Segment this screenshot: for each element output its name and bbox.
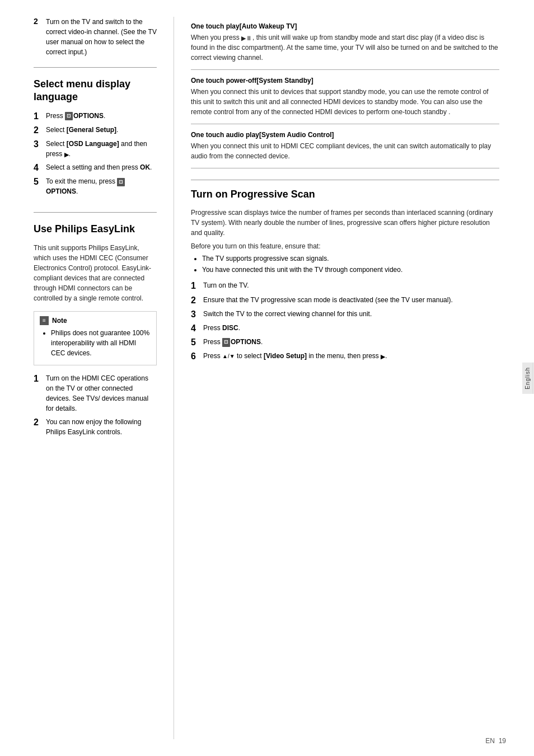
one-touch-auto-body: When you press ▶⏸, this unit will wake u… [191, 32, 499, 63]
step-num: 6 [191, 351, 203, 361]
up-down-icon: ▲/▼ [222, 354, 235, 360]
step-item-2: 2 Select [General Setup]. [34, 125, 157, 135]
progressive-scan-steps: 1 Turn on the TV. 2 Ensure that the TV p… [191, 280, 499, 361]
step-text: Press DISC. [203, 323, 240, 333]
easylink-steps: 1 Turn on the HDMI CEC operations on the… [34, 373, 157, 437]
step-item-4: 4 Select a setting and then press OK. [34, 162, 157, 173]
step-number: 2 [34, 17, 46, 26]
right-column: One touch play[Auto Wakeup TV] When you … [174, 17, 522, 739]
note-body: Philips does not guarantee 100% interope… [40, 328, 151, 358]
easylink-body: This unit supports Philips EasyLink, whi… [34, 243, 157, 303]
step-num: 4 [34, 162, 46, 173]
step-num: 5 [34, 176, 46, 187]
page-footer: EN 19 [485, 737, 506, 745]
step-text: Turn on the TV and switch to the correct… [46, 17, 157, 57]
step-text: To exit the menu, press ⊡OPTIONS. [46, 176, 157, 196]
step-num: 4 [191, 323, 203, 334]
progressive-scan-title: Turn on Progressive Scan [191, 188, 499, 201]
step-text: Ensure that the TV progressive scan mode… [203, 295, 453, 305]
one-touch-auto-title: One touch play[Auto Wakeup TV] [191, 22, 499, 30]
main-content: 2 Turn on the TV and switch to the corre… [0, 0, 522, 756]
right-col-inner: One touch play[Auto Wakeup TV] When you … [185, 22, 499, 362]
step-text: Press ▲/▼ to select [Video Setup] in the… [203, 351, 387, 361]
step-num: 2 [191, 295, 203, 306]
bullet-item-0: The TV supports progressive scan signals… [202, 253, 499, 264]
easylink-section: Use Philips EasyLink This unit supports … [34, 223, 157, 436]
ps-step-3: 3 Switch the TV to the correct viewing c… [191, 309, 499, 320]
ps-step-6: 6 Press ▲/▼ to select [Video Setup] in t… [191, 351, 499, 361]
side-tab-label: English [522, 363, 533, 394]
step-text: You can now enjoy the following Philips … [46, 417, 157, 437]
step-num: 3 [34, 139, 46, 149]
one-touch-power-section: One touch power-off[System Standby] When… [191, 77, 499, 124]
step-text: Select [General Setup]. [46, 125, 118, 135]
note-box: ≡ Note Philips does not guarantee 100% i… [34, 311, 157, 365]
step-item-5: 5 To exit the menu, press ⊡OPTIONS. [34, 176, 157, 196]
one-touch-audio-title: One touch audio play[System Audio Contro… [191, 131, 499, 139]
one-touch-power-body: When you connect this unit to devices th… [191, 87, 499, 117]
easylink-step-1: 1 Turn on the HDMI CEC operations on the… [34, 373, 157, 414]
note-icon: ≡ [40, 316, 49, 325]
step-text: Press ⊡OPTIONS. [46, 111, 105, 121]
easylink-title: Use Philips EasyLink [34, 223, 157, 236]
one-touch-auto-section: One touch play[Auto Wakeup TV] When you … [191, 22, 499, 70]
note-label: Note [52, 317, 67, 325]
step-item-3: 3 Select [OSD Language] and then press ▶… [34, 139, 157, 159]
step-num: 5 [191, 337, 203, 348]
divider [34, 67, 157, 68]
step-num: 2 [34, 417, 46, 428]
arrow-right-icon: ▶ [64, 150, 69, 159]
step-text: Select a setting and then press OK. [46, 162, 152, 172]
progressive-scan-bullets: The TV supports progressive scan signals… [191, 253, 499, 275]
step-num: 1 [34, 373, 46, 384]
note-header: ≡ Note [40, 316, 151, 325]
progressive-scan-intro: Progressive scan displays twice the numb… [191, 208, 499, 238]
options-icon: ⊡ [117, 178, 125, 187]
progressive-scan-section: Turn on Progressive Scan Progressive sca… [191, 180, 499, 362]
one-touch-audio-section: One touch audio play[System Audio Contro… [191, 131, 499, 168]
options-icon: ⊡ [222, 338, 230, 347]
note-bullet-list: Philips does not guarantee 100% interope… [40, 328, 151, 358]
footer-page-num: 19 [499, 737, 506, 745]
left-column: 2 Turn on the TV and switch to the corre… [0, 17, 174, 739]
side-tab: English [522, 0, 534, 756]
play-pause-icon: ▶⏸ [241, 34, 252, 43]
step-item-1: 1 Press ⊡OPTIONS. [34, 111, 157, 121]
divider-2 [34, 212, 157, 213]
arrow-right-icon: ▶ [381, 352, 385, 361]
ps-step-5: 5 Press ⊡OPTIONS. [191, 337, 499, 348]
ps-step-4: 4 Press DISC. [191, 323, 499, 334]
select-menu-steps: 1 Press ⊡OPTIONS. 2 Select [General Setu… [34, 111, 157, 197]
intro-step2: 2 Turn on the TV and switch to the corre… [34, 17, 157, 57]
ps-step-2: 2 Ensure that the TV progressive scan mo… [191, 295, 499, 306]
step-num: 2 [34, 125, 46, 135]
step-text: Turn on the TV. [203, 280, 249, 290]
easylink-step-2: 2 You can now enjoy the following Philip… [34, 417, 157, 437]
options-icon: ⊡ [65, 112, 73, 121]
one-touch-power-title: One touch power-off[System Standby] [191, 77, 499, 84]
step-text: Select [OSD Language] and then press ▶. [46, 139, 157, 159]
col-divider [191, 180, 499, 180]
select-menu-title: Select menu display language [34, 78, 157, 104]
step-item: 2 Turn on the TV and switch to the corre… [34, 17, 157, 57]
progressive-scan-before: Before you turn on this feature, ensure … [191, 241, 499, 251]
page: English 2 Turn on the TV and switch to t… [0, 0, 534, 756]
bullet-item-1: You have connected this unit with the TV… [202, 265, 499, 275]
select-menu-section: Select menu display language 1 Press ⊡OP… [34, 78, 157, 196]
footer-lang: EN [485, 737, 495, 745]
note-bullet-item: Philips does not guarantee 100% interope… [51, 328, 151, 358]
step-num: 1 [191, 280, 203, 291]
step-text: Switch the TV to the correct viewing cha… [203, 309, 372, 319]
one-touch-audio-body: When you connect this unit to HDMI CEC c… [191, 141, 499, 161]
step-num: 1 [34, 111, 46, 121]
ps-step-1: 1 Turn on the TV. [191, 280, 499, 291]
step-text: Press ⊡OPTIONS. [203, 337, 263, 347]
step-text: Turn on the HDMI CEC operations on the T… [46, 373, 157, 414]
step-num: 3 [191, 309, 203, 320]
